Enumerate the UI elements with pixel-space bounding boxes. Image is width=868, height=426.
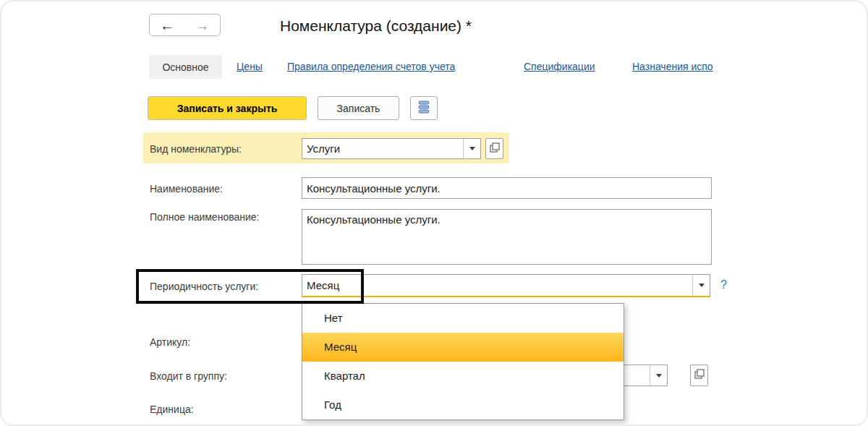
dropdown-option-none[interactable]: Нет [302, 304, 624, 333]
name-input[interactable] [302, 178, 711, 198]
stack-icon [418, 101, 430, 116]
name-field [302, 177, 712, 199]
group-label: Входит в группу: [150, 370, 227, 382]
tab-prices[interactable]: Цены [237, 61, 263, 72]
periodicity-label: Периодичность услуги: [150, 281, 258, 292]
chevron-down-icon [699, 284, 705, 287]
full-name-label: Полное наименование: [150, 211, 259, 223]
kind-dropdown-button[interactable] [463, 139, 480, 158]
periodicity-dropdown-button[interactable] [692, 275, 710, 296]
chevron-down-icon [656, 374, 662, 378]
back-arrow-icon: ← [160, 18, 174, 33]
group-dropdown-button[interactable] [650, 365, 667, 385]
full-name-textarea[interactable] [302, 209, 712, 265]
dropdown-option-quarter[interactable]: Квартал [302, 362, 624, 391]
save-button[interactable]: Записать [318, 96, 399, 120]
related-documents-button[interactable] [410, 96, 438, 120]
back-button[interactable]: ← [149, 14, 185, 36]
kind-open-button[interactable] [485, 138, 503, 159]
page-title: Номенклатура (создание) * [280, 17, 472, 35]
group-open-button[interactable] [690, 365, 708, 386]
kind-label: Вид номенклатуры: [150, 143, 242, 155]
periodicity-dropdown-list: Нет Месяц Квартал Год [302, 303, 624, 420]
dropdown-option-year[interactable]: Год [302, 391, 624, 419]
open-icon [490, 142, 500, 156]
tab-purposes[interactable]: Назначения испо [632, 61, 713, 72]
tab-account-rules[interactable]: Правила определения счетов учета [287, 61, 455, 72]
tab-specifications[interactable]: Спецификации [524, 61, 595, 72]
forward-button[interactable]: → [184, 14, 221, 36]
kind-field [302, 138, 481, 159]
chevron-down-icon [469, 147, 475, 150]
help-link[interactable]: ? [720, 278, 727, 291]
unit-label: Единица: [150, 404, 194, 415]
article-label: Артикул: [150, 336, 190, 348]
open-icon [694, 369, 705, 382]
kind-input[interactable] [302, 139, 463, 158]
forward-arrow-icon: → [195, 18, 210, 33]
nomenclature-create-window: ← → Номенклатура (создание) * Основное Ц… [0, 0, 868, 426]
name-label: Наименование: [150, 183, 223, 195]
save-and-close-button[interactable]: Записать и закрыть [148, 96, 307, 120]
tab-main[interactable]: Основное [149, 55, 222, 79]
dropdown-option-month[interactable]: Месяц [302, 333, 624, 362]
periodicity-input[interactable] [302, 275, 692, 296]
periodicity-field [302, 274, 710, 297]
